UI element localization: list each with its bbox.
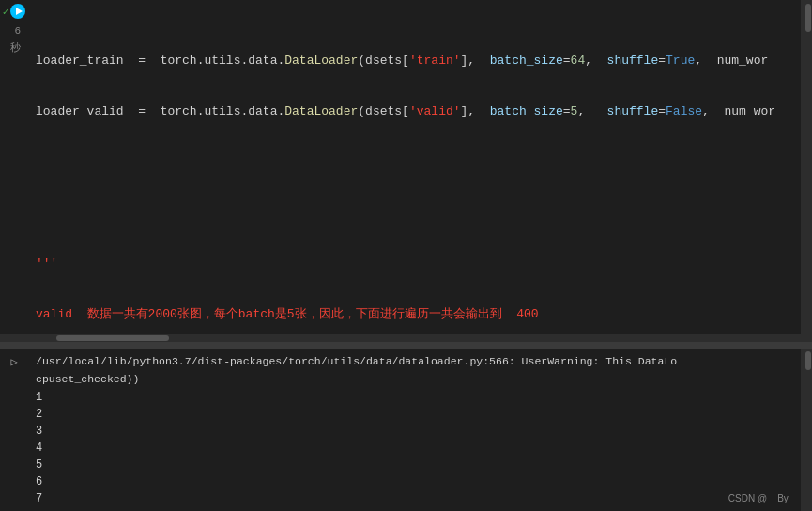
- output-num-2: 2: [36, 406, 793, 423]
- line-numbers: 6 秒: [8, 21, 21, 56]
- code-editor[interactable]: loader_train = torch.utils.data.DataLoad…: [28, 0, 801, 334]
- play-triangle-icon: [16, 8, 23, 15]
- output-arrow-icon: ▷: [10, 355, 17, 369]
- code-line-2: loader_valid = torch.utils.data.DataLoad…: [36, 103, 793, 120]
- output-num-3: 3: [36, 423, 793, 440]
- scrollbar-thumb: [805, 4, 811, 32]
- code-line-1: loader_train = torch.utils.data.DataLoad…: [36, 53, 793, 70]
- output-row: ▷ /usr/local/lib/python3.7/dist-packages…: [0, 349, 812, 511]
- output-numbers: 1 2 3 4 5 6 7: [36, 389, 793, 507]
- output-warning-line2: cpuset_checked)): [36, 371, 793, 387]
- output-num-6: 6: [36, 473, 793, 490]
- vertical-scrollbar[interactable]: [801, 0, 812, 334]
- comment-line-2: valid 数据一共有2000张图，每个batch是5张，因此，下面进行遍历一共…: [36, 306, 793, 323]
- output-num-5: 5: [36, 457, 793, 473]
- run-cell-button[interactable]: [10, 4, 25, 19]
- output-content: /usr/local/lib/python3.7/dist-packages/t…: [28, 349, 801, 511]
- line-num-6: 6: [8, 23, 21, 39]
- horizontal-scrollbar-thumb: [56, 335, 169, 341]
- output-area-wrapper: ▷ /usr/local/lib/python3.7/dist-packages…: [0, 349, 812, 511]
- output-num-1: 1: [36, 389, 793, 406]
- output-gutter: ▷: [0, 349, 28, 511]
- output-num-4: 4: [36, 440, 793, 457]
- output-num-7: 7: [36, 490, 793, 507]
- comment-line-1: ''': [36, 256, 793, 272]
- line-num-sec: 秒: [8, 39, 21, 56]
- output-scrollbar-thumb: [805, 351, 811, 370]
- cell-gutter: ✓ 6 秒: [0, 0, 28, 334]
- watermark: CSDN @__By__: [728, 493, 799, 503]
- output-vertical-scrollbar[interactable]: [801, 349, 812, 511]
- check-icon: ✓: [3, 6, 9, 18]
- code-blank-1: [36, 171, 793, 188]
- output-warning-line1: /usr/local/lib/python3.7/dist-packages/t…: [36, 353, 793, 369]
- horizontal-scrollbar[interactable]: [0, 334, 812, 342]
- cell-controls: ✓: [1, 2, 28, 21]
- cell-divider: [0, 342, 812, 349]
